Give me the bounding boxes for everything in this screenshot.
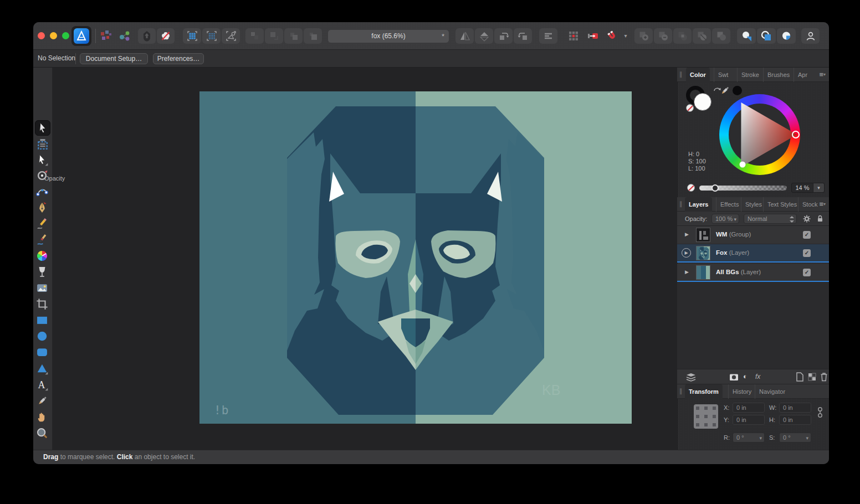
opacity-value-field[interactable]: 14 % [791,183,813,193]
tab-styles[interactable]: Styles [741,197,766,212]
insert-on-top-button[interactable] [777,28,796,44]
rectangle-tool[interactable] [36,314,49,327]
layers-stack-icon[interactable] [686,373,696,382]
layer-visibility-checkbox[interactable]: ✓ [803,231,811,239]
pattern-layer-icon[interactable] [808,373,816,381]
place-image-tool[interactable] [36,282,49,295]
disclosure-icon[interactable]: ▶ [685,232,689,237]
layer-row-wm[interactable]: ▶ WM (Group) ✓ [677,226,829,244]
panel-grip-icon[interactable]: ∥ [679,71,683,78]
tab-stroke[interactable]: Stroke [737,68,763,82]
blend-mode-dropdown[interactable]: Normal [744,214,797,224]
pixel-grid-fine-button[interactable] [202,28,221,44]
document-setup-button[interactable]: Document Setup… [80,53,148,64]
layers-panel-menu-icon[interactable]: ≡▾ [819,200,826,208]
layer-visibility-checkbox[interactable]: ✓ [803,269,811,276]
snapping-button[interactable] [583,28,602,44]
fill-tool[interactable] [36,250,49,263]
tab-effects[interactable]: Effects [716,197,743,212]
zoom-tool[interactable] [36,427,49,440]
crop-tool[interactable] [36,298,49,311]
tab-navigator[interactable]: Navigator [755,384,789,399]
minimize-window-button[interactable] [50,32,57,39]
designer-persona-button[interactable] [71,26,91,46]
boolean-intersect-button[interactable] [673,28,692,44]
arrange-front-button[interactable] [245,28,264,44]
panel-grip-icon[interactable]: ∥ [679,388,683,395]
adjustment-layer-icon[interactable]: ◐ [743,372,748,380]
fx-icon[interactable]: fx [755,373,760,380]
vector-brush-tool[interactable] [36,234,49,247]
new-layer-icon[interactable] [796,372,803,382]
color-wheel[interactable] [719,94,800,175]
boolean-divide-button[interactable] [693,28,711,44]
grid-snap-button[interactable] [564,28,582,44]
pen-node-tool[interactable] [36,186,49,199]
tab-stock[interactable]: Stock [798,197,822,212]
edit-all-layers-icon[interactable]: ▶ [682,248,691,258]
flip-horizontal-button[interactable] [475,28,493,44]
view-tool[interactable] [36,411,49,424]
arrange-back-button[interactable] [304,28,322,44]
insert-behind-button[interactable] [737,28,756,44]
tab-appearance[interactable]: Apr [794,68,811,82]
preferences-button[interactable]: Preferences… [153,53,204,64]
w-field[interactable]: 0 in [779,403,811,413]
no-fill-icon[interactable] [686,104,694,112]
rotate-ccw-button[interactable] [494,28,513,44]
upload-button[interactable] [138,28,156,44]
tab-text-styles[interactable]: Text Styles [763,197,801,212]
color-panel-menu-icon[interactable]: ≡▾ [819,70,826,79]
zoom-window-button[interactable] [62,32,69,39]
layer-visibility-checkbox[interactable]: ✓ [803,249,811,257]
rotate-cw-button[interactable] [514,28,532,44]
transform-mode-button[interactable] [222,28,240,44]
layer-row-fox[interactable]: ▶ Fox (Layer) ✓ [677,244,829,263]
export-persona-button[interactable] [116,28,133,44]
opacity-none-icon[interactable] [687,184,695,192]
close-window-button[interactable] [38,32,45,39]
shear-dropdown[interactable]: 0 °▾ [779,433,811,443]
arrange-backward-button[interactable] [284,28,303,44]
mask-layer-icon[interactable] [729,373,739,382]
layer-row-all-bgs[interactable]: ▶ All BGs (Layer) ✓ [677,264,829,282]
flip-vertical-button[interactable] [455,28,474,44]
panel-grip-icon[interactable]: ∥ [679,200,683,208]
h-field[interactable]: 0 in [779,415,811,425]
snap-options-caret[interactable]: ▾ [622,28,629,44]
move-tool[interactable] [35,120,50,136]
artboard-fox[interactable]: !b KB [199,91,632,424]
transparency-tool[interactable] [36,266,49,279]
artistic-text-tool[interactable]: A [36,379,49,392]
lock-icon[interactable] [816,214,825,223]
link-dimensions-icon[interactable] [817,405,823,420]
tab-color[interactable]: Color [686,68,710,82]
document-title[interactable]: fox (65.6%) * [327,29,449,43]
insert-inside-button[interactable] [757,28,776,44]
pixel-persona-button[interactable] [98,28,114,44]
tab-transform[interactable]: Transform [685,384,723,399]
pen-tool[interactable] [36,202,49,215]
colour-picker-tool[interactable] [36,395,49,408]
boolean-subtract-button[interactable] [654,28,672,44]
transform-anchor-selector[interactable] [694,404,718,429]
arrange-forward-button[interactable] [265,28,283,44]
triangle-tool[interactable] [36,363,49,376]
disclosure-icon[interactable]: ▶ [685,269,689,275]
artboard-tool[interactable] [36,138,49,151]
tab-layers[interactable]: Layers [685,197,712,212]
x-field[interactable]: 0 in [733,403,765,413]
opacity-slider-knob[interactable] [711,184,719,192]
tab-swatches[interactable]: Swt [714,68,732,82]
boolean-add-button[interactable] [634,28,653,44]
fill-swatch[interactable] [694,93,711,111]
magnet-button[interactable] [603,28,621,44]
layers-opacity-dropdown[interactable]: 100 % ▾ [711,214,739,224]
trash-icon[interactable] [820,372,828,382]
no-style-button[interactable] [157,28,175,44]
tab-brushes[interactable]: Brushes [763,68,794,82]
node-tool[interactable] [36,154,49,167]
pencil-tool[interactable] [36,218,49,231]
account-button[interactable] [801,28,820,44]
rounded-rectangle-tool[interactable] [36,346,49,359]
